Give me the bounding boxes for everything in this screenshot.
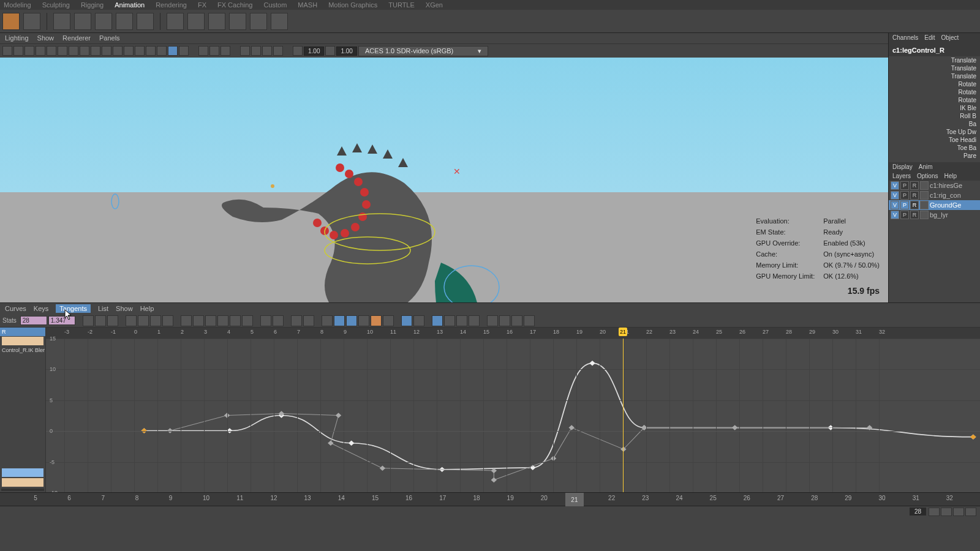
- ge-btn-6[interactable]: [150, 315, 161, 326]
- vp-tool-8[interactable]: [80, 46, 89, 56]
- layer-tab-anim[interactable]: Anim: [919, 163, 933, 170]
- ge-btn-1[interactable]: [83, 315, 94, 326]
- cb-attr[interactable]: Translate: [889, 72, 980, 80]
- ws-mograph[interactable]: Motion Graphics: [328, 1, 377, 9]
- layer-color-swatch[interactable]: [920, 201, 929, 209]
- shelf-btn-13[interactable]: [271, 13, 288, 30]
- vp-menu-show[interactable]: Show: [37, 34, 55, 42]
- ge-tangent-clamped[interactable]: [205, 315, 216, 326]
- layer-playback-toggle[interactable]: P: [900, 181, 909, 190]
- timeline-current-frame[interactable]: 21: [565, 493, 584, 506]
- ws-rigging[interactable]: Rigging: [81, 1, 104, 9]
- ge-menu-help[interactable]: Help: [140, 305, 154, 312]
- shelf-btn-6[interactable]: [116, 13, 133, 30]
- shelf-btn-3[interactable]: [53, 13, 70, 30]
- ge-btn-15[interactable]: [273, 315, 284, 326]
- cb-attr[interactable]: Toe Headi: [889, 136, 980, 144]
- vp-menu-renderer[interactable]: Renderer: [62, 34, 91, 42]
- ge-stats-frame[interactable]: [20, 316, 47, 325]
- cb-attr[interactable]: Ba: [889, 120, 980, 128]
- vp-exposure-icon[interactable]: [325, 46, 335, 56]
- vp-tool-9[interactable]: [91, 46, 100, 56]
- ws-rendering[interactable]: Rendering: [156, 1, 187, 9]
- ge-menu-list[interactable]: List: [98, 305, 108, 312]
- vp-tool-1[interactable]: [2, 46, 12, 56]
- ge-btn-14[interactable]: [260, 315, 271, 326]
- viewport-3d[interactable]: ✕ Evaluation:Parallel EM State:Ready GPU…: [0, 58, 888, 302]
- rig-eye-control[interactable]: [110, 192, 123, 211]
- layer-row[interactable]: VPRbg_lyr: [889, 210, 980, 220]
- vp-tool-16[interactable]: [168, 46, 178, 56]
- shelf-btn-10[interactable]: [208, 13, 225, 30]
- vp-tool-7[interactable]: [69, 46, 78, 56]
- ge-menu-keys[interactable]: Keys: [34, 305, 48, 312]
- shelf-btn-9[interactable]: [187, 13, 205, 30]
- ge-btn-3[interactable]: [107, 315, 118, 326]
- vp-tool-20[interactable]: [221, 46, 230, 56]
- shelf-btn-8[interactable]: [167, 13, 184, 30]
- ge-channel-swatch[interactable]: [2, 478, 43, 487]
- cb-attr[interactable]: Toe Ba: [889, 144, 980, 152]
- layer-visible-toggle[interactable]: V: [891, 191, 899, 200]
- vp-gamma-field[interactable]: 1.00: [304, 47, 324, 56]
- layer-visible-toggle[interactable]: V: [891, 181, 899, 190]
- shelf-btn-7[interactable]: [137, 13, 154, 30]
- layer-color-swatch[interactable]: [920, 181, 929, 190]
- vp-tool-19[interactable]: [209, 46, 219, 56]
- ge-tangent-stepped[interactable]: [217, 315, 228, 326]
- ws-xgen[interactable]: XGen: [426, 1, 443, 9]
- layer-visible-toggle[interactable]: V: [891, 201, 899, 209]
- vp-tool-5[interactable]: [47, 46, 56, 56]
- ge-outliner[interactable]: R Control_R.IK Bler: [0, 328, 46, 492]
- vp-tool-15[interactable]: [157, 46, 167, 56]
- vp-tool-6[interactable]: [58, 46, 67, 56]
- ge-graph-area[interactable]: -3-2-10123456789101112131415161718192021…: [46, 328, 980, 492]
- layer-playback-toggle[interactable]: P: [900, 201, 909, 209]
- ge-btn-18[interactable]: [322, 315, 333, 326]
- vp-tool-17[interactable]: [179, 46, 189, 56]
- cb-attr[interactable]: Toe Up Dw: [889, 128, 980, 136]
- range-end-field[interactable]: 28: [910, 508, 926, 515]
- cb-attr[interactable]: Translate: [889, 56, 980, 64]
- ge-channel-swatch[interactable]: [2, 337, 43, 345]
- vp-tool-3[interactable]: [24, 46, 34, 56]
- ws-animation[interactable]: Animation: [115, 1, 145, 9]
- ge-btn-4[interactable]: [126, 315, 137, 326]
- ge-plot-area[interactable]: 151050-5-10: [46, 339, 980, 492]
- shelf-btn-2[interactable]: [23, 13, 40, 30]
- shelf-btn-5[interactable]: [95, 13, 112, 30]
- ge-time-ruler[interactable]: -3-2-10123456789101112131415161718192021…: [46, 328, 980, 339]
- ge-tangent-spline[interactable]: [181, 315, 192, 326]
- layer-color-swatch[interactable]: [920, 191, 929, 200]
- ge-channel-swatch[interactable]: [2, 468, 43, 477]
- vp-menu-lighting[interactable]: Lighting: [5, 34, 29, 42]
- play-back-button[interactable]: [953, 508, 964, 516]
- ws-custom[interactable]: Custom: [263, 1, 287, 9]
- cb-attr[interactable]: Rotate: [889, 96, 980, 104]
- ge-btn-7[interactable]: [162, 315, 173, 326]
- layer-visible-toggle[interactable]: V: [891, 211, 899, 219]
- ge-btn-32[interactable]: [511, 315, 522, 326]
- ge-btn-25[interactable]: [413, 315, 424, 326]
- ge-btn-24[interactable]: [401, 315, 412, 326]
- ge-btn-28[interactable]: [456, 315, 467, 326]
- ge-btn-29[interactable]: [469, 315, 480, 326]
- vp-tool-11[interactable]: [113, 46, 123, 56]
- vp-tool-12[interactable]: [124, 46, 134, 56]
- ws-sculpting[interactable]: Sculpting: [42, 1, 70, 9]
- ws-modeling[interactable]: Modeling: [4, 1, 31, 9]
- layer-row[interactable]: VPRc1:rig_con: [889, 190, 980, 200]
- layer-ref-toggle[interactable]: R: [910, 191, 919, 200]
- ge-menu-show[interactable]: Show: [116, 305, 133, 312]
- ge-outliner-root[interactable]: R: [0, 328, 45, 336]
- cb-tab-object[interactable]: Object: [941, 34, 959, 43]
- cb-tab-channels[interactable]: Channels: [892, 34, 918, 43]
- shelf-btn-1[interactable]: [2, 13, 20, 30]
- cb-attr[interactable]: Rotate: [889, 88, 980, 96]
- layer-playback-toggle[interactable]: P: [900, 211, 909, 219]
- vp-tool-23[interactable]: [262, 46, 272, 56]
- layer-ref-toggle[interactable]: R: [910, 181, 919, 190]
- ge-tangent-plateau[interactable]: [242, 315, 253, 326]
- vp-tool-21[interactable]: [240, 46, 250, 56]
- ge-menu-curves[interactable]: Curves: [5, 305, 26, 312]
